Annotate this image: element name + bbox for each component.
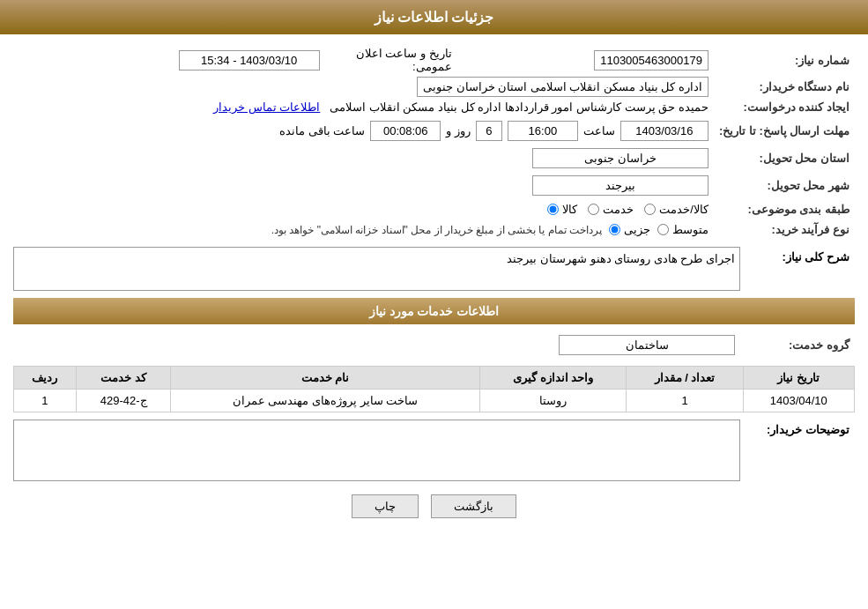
category-khedmat-item: خدمت xyxy=(588,203,634,216)
category-khedmat-label: خدمت xyxy=(603,203,634,216)
page-header: جزئیات اطلاعات نیاز xyxy=(0,0,868,34)
purchase-type-label: نوع فرآیند خرید: xyxy=(714,219,855,240)
print-button[interactable]: چاپ xyxy=(352,494,419,518)
creator-link[interactable]: اطلاعات تماس خریدار xyxy=(213,100,320,114)
description-value: اجرای طرح هادی روستای دهنو شهرستان بیرجن… xyxy=(13,247,740,291)
description-section: شرح کلی نیاز: اجرای طرح هادی روستای دهنو… xyxy=(13,247,855,291)
delivery-province-row: استان محل تحویل: خراسان جنوبی xyxy=(13,145,855,172)
purchase-type-row-inner: متوسط جزیی پرداخت تمام یا بخشی از مبلغ خ… xyxy=(19,223,708,236)
row-quantity: 1 xyxy=(627,390,743,412)
buyer-org-value: اداره کل بنیاد مسکن انقلاب اسلامی استان … xyxy=(417,77,708,97)
purchase-type-row: نوع فرآیند خرید: متوسط جزیی پرداخت تمام … xyxy=(13,219,855,240)
row-service-code: ج-42-429 xyxy=(76,390,171,412)
delivery-province-value: خراسان جنوبی xyxy=(532,148,708,168)
category-label: طبقه بندی موضوعی: xyxy=(714,199,855,219)
purchase-motavasset-radio[interactable] xyxy=(657,224,669,235)
need-number-value: 1103005463000179 xyxy=(594,50,708,71)
services-table: تاریخ نیاز تعداد / مقدار واحد اندازه گیر… xyxy=(13,366,855,412)
response-day-value: 6 xyxy=(476,121,502,141)
col-service-code: کد خدمت xyxy=(76,367,171,390)
service-group-row: گروه خدمت: ساختمان xyxy=(13,331,855,359)
category-khedmat-radio[interactable] xyxy=(588,204,599,215)
services-table-body: 1403/04/10 1 روستا ساخت سایر پروژه‌های م… xyxy=(14,390,855,412)
remaining-time-label: ساعت باقی مانده xyxy=(279,124,365,137)
response-time-label: ساعت xyxy=(583,124,615,137)
service-group-table: گروه خدمت: ساختمان xyxy=(13,331,855,359)
main-content: شماره نیاز: 1103005463000179 تاریخ و ساع… xyxy=(0,34,868,538)
button-row: بازگشت چاپ xyxy=(13,494,855,518)
delivery-city-row: شهر محل تحویل: بیرجند xyxy=(13,172,855,199)
creator-row: ایجاد کننده درخواست: حمیده حق پرست کارشن… xyxy=(13,97,855,117)
purchase-jozei-label: جزیی xyxy=(624,223,650,236)
row-measurement-unit: روستا xyxy=(479,390,627,412)
header-title: جزئیات اطلاعات نیاز xyxy=(375,10,494,25)
info-table: شماره نیاز: 1103005463000179 تاریخ و ساع… xyxy=(13,43,855,240)
purchase-type-note: پرداخت تمام یا بخشی از مبلغ خریدار از مح… xyxy=(271,224,602,236)
category-kala-khedmat-item: کالا/خدمت xyxy=(644,203,708,216)
need-number-label: شماره نیاز: xyxy=(714,43,855,77)
buyer-org-row: نام دستگاه خریدار: اداره کل بنیاد مسکن ا… xyxy=(13,77,855,97)
creator-value: حمیده حق پرست کارشناس امور قراردادها ادا… xyxy=(330,100,708,114)
col-quantity: تعداد / مقدار xyxy=(627,367,743,390)
table-row: 1403/04/10 1 روستا ساخت سایر پروژه‌های م… xyxy=(14,390,855,412)
buyer-org-label: نام دستگاه خریدار: xyxy=(714,77,855,97)
delivery-city-value: بیرجند xyxy=(532,175,708,196)
col-need-date: تاریخ نیاز xyxy=(743,367,854,390)
response-date-row: مهلت ارسال پاسخ: تا تاریخ: 1403/03/16 سا… xyxy=(13,117,855,145)
service-group-label: گروه خدمت: xyxy=(740,331,855,359)
announce-label: تاریخ و ساعت اعلان عمومی: xyxy=(356,47,452,73)
page-wrapper: جزئیات اطلاعات نیاز شماره نیاز: 11030054… xyxy=(0,0,868,609)
row-need-date: 1403/04/10 xyxy=(743,390,854,412)
category-kala-label: کالا xyxy=(562,203,577,216)
remaining-time-value: 00:08:06 xyxy=(370,121,441,141)
response-time-value: 16:00 xyxy=(508,121,578,141)
need-number-row: شماره نیاز: 1103005463000179 تاریخ و ساع… xyxy=(13,43,855,77)
buyer-notes-label: توضیحات خریدار: xyxy=(740,420,855,440)
response-time-row: 1403/03/16 ساعت 16:00 6 روز و 00:08:06 س… xyxy=(19,121,708,141)
category-row: طبقه بندی موضوعی: کالا/خدمت خدمت کالا xyxy=(13,199,855,219)
buyer-notes-textarea[interactable] xyxy=(13,420,740,481)
services-table-head: تاریخ نیاز تعداد / مقدار واحد اندازه گیر… xyxy=(14,367,855,390)
response-day-label: روز و xyxy=(446,124,471,137)
purchase-motavasset-item: متوسط xyxy=(657,223,708,236)
announce-label-cell: تاریخ و ساعت اعلان عمومی: xyxy=(325,43,457,77)
col-row-num: ردیف xyxy=(14,367,77,390)
col-measurement-unit: واحد اندازه گیری xyxy=(479,367,627,390)
buyer-notes-section: توضیحات خریدار: xyxy=(13,420,855,484)
purchase-jozei-radio[interactable] xyxy=(609,224,620,235)
category-kala-item: کالا xyxy=(547,203,577,216)
announce-value: 1403/03/10 - 15:34 xyxy=(179,50,320,71)
row-service-name: ساخت سایر پروژه‌های مهندسی عمران xyxy=(171,390,479,412)
response-date-label: مهلت ارسال پاسخ: تا تاریخ: xyxy=(714,117,855,145)
delivery-city-label: شهر محل تحویل: xyxy=(714,172,855,199)
services-table-header-row: تاریخ نیاز تعداد / مقدار واحد اندازه گیر… xyxy=(14,367,855,390)
response-date-value: 1403/03/16 xyxy=(620,121,708,141)
purchase-motavasset-label: متوسط xyxy=(672,223,708,236)
category-kala-khedmat-radio[interactable] xyxy=(644,204,656,215)
category-radio-group: کالا/خدمت خدمت کالا xyxy=(547,203,708,216)
back-button[interactable]: بازگشت xyxy=(431,494,516,518)
row-num: 1 xyxy=(14,390,77,412)
category-kala-radio[interactable] xyxy=(547,204,559,215)
services-section-label: اطلاعات خدمات مورد نیاز xyxy=(369,304,500,318)
purchase-jozei-item: جزیی xyxy=(609,223,650,236)
description-label: شرح کلی نیاز: xyxy=(740,247,855,267)
category-kala-khedmat-label: کالا/خدمت xyxy=(659,203,708,216)
services-section-header: اطلاعات خدمات مورد نیاز xyxy=(13,298,855,324)
delivery-province-label: استان محل تحویل: xyxy=(714,145,855,172)
col-service-name: نام خدمت xyxy=(171,367,479,390)
creator-label: ایجاد کننده درخواست: xyxy=(714,97,855,117)
service-group-value: ساختمان xyxy=(559,335,735,355)
